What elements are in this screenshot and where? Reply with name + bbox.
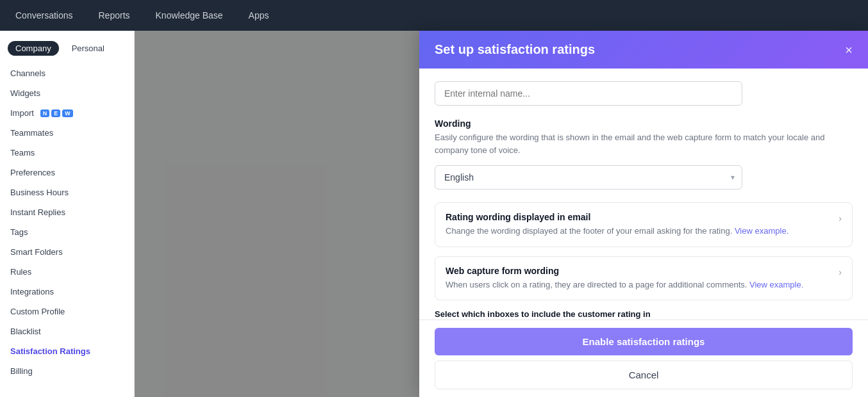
sidebar-item-preferences[interactable]: Preferences — [0, 163, 134, 182]
web-capture-view-example-link[interactable]: View example. — [749, 280, 803, 289]
app-layout: Company Personal Channels Widgets Import… — [0, 31, 868, 397]
inboxes-section: Select which inboxes to include the cust… — [435, 309, 853, 320]
modal-close-button[interactable]: × — [845, 44, 853, 56]
wording-title: Wording — [435, 118, 853, 129]
rating-wording-title: Rating wording displayed in email — [446, 212, 831, 222]
enable-button[interactable]: Enable satisfaction ratings — [435, 328, 853, 355]
modal-title: Set up satisfaction ratings — [435, 42, 595, 57]
sidebar-item-blacklist[interactable]: Blacklist — [0, 321, 134, 341]
cancel-button[interactable]: Cancel — [435, 361, 853, 389]
sidebar-item-teammates[interactable]: Teammates — [0, 123, 134, 143]
modal-panel: Set up satisfaction ratings × Wording Ea… — [419, 31, 868, 397]
sidebar-item-import[interactable]: Import N E W — [0, 103, 134, 123]
sidebar-tab-group: Company Personal — [0, 41, 134, 63]
sidebar-item-rules[interactable]: Rules — [0, 262, 134, 282]
language-select-wrapper: English French Spanish German Portuguese… — [435, 165, 742, 190]
sidebar-item-business-hours[interactable]: Business Hours — [0, 182, 134, 202]
wording-section: Wording Easily configure the wording tha… — [435, 118, 853, 190]
modal-header: Set up satisfaction ratings × — [419, 31, 868, 69]
sidebar-item-channels[interactable]: Channels — [0, 63, 134, 83]
rating-wording-row[interactable]: Rating wording displayed in email Change… — [435, 202, 853, 247]
nav-apps[interactable]: Apps — [244, 8, 274, 23]
sidebar-item-satisfaction-ratings[interactable]: Satisfaction Ratings — [0, 341, 134, 361]
tab-personal[interactable]: Personal — [64, 41, 112, 56]
web-capture-chevron-icon: › — [839, 267, 842, 277]
modal-footer: Enable satisfaction ratings Cancel — [419, 320, 868, 397]
rating-wording-content: Rating wording displayed in email Change… — [446, 212, 831, 238]
badge-w: W — [62, 109, 73, 117]
wording-description: Easily configure the wording that is sho… — [435, 131, 853, 156]
sidebar-item-integrations[interactable]: Integrations — [0, 282, 134, 302]
nav-knowledge-base[interactable]: Knowledge Base — [151, 8, 228, 23]
web-capture-content: Web capture form wording When users clic… — [446, 266, 831, 291]
sidebar-item-widgets[interactable]: Widgets — [0, 83, 134, 103]
badge-e: E — [51, 109, 60, 117]
nav-reports[interactable]: Reports — [94, 8, 135, 23]
language-select[interactable]: English French Spanish German Portuguese — [435, 165, 742, 190]
sidebar-item-custom-profile[interactable]: Custom Profile — [0, 302, 134, 321]
sidebar-item-tags[interactable]: Tags — [0, 222, 134, 242]
web-capture-title: Web capture form wording — [446, 266, 831, 276]
sidebar-item-smart-folders[interactable]: Smart Folders — [0, 242, 134, 262]
modal-body: Wording Easily configure the wording tha… — [419, 69, 868, 320]
sidebar: Company Personal Channels Widgets Import… — [0, 31, 135, 397]
import-badges: N E W — [40, 109, 73, 117]
rating-wording-chevron-icon: › — [839, 213, 842, 223]
web-capture-row[interactable]: Web capture form wording When users clic… — [435, 256, 853, 301]
rating-view-example-link[interactable]: View example. — [735, 226, 789, 236]
main-content: Know how you Get feedbackdoing by arecei… — [135, 31, 868, 397]
sidebar-item-billing[interactable]: Billing — [0, 361, 134, 381]
badge-n: N — [40, 109, 50, 117]
rating-wording-desc: Change the wording displayed at the foot… — [446, 225, 831, 238]
internal-name-input[interactable] — [435, 81, 742, 106]
sidebar-item-teams[interactable]: Teams — [0, 143, 134, 163]
nav-conversations[interactable]: Conversations — [10, 8, 78, 23]
inboxes-label: Select which inboxes to include the cust… — [435, 309, 853, 319]
tab-company[interactable]: Company — [8, 41, 59, 56]
sidebar-item-instant-replies[interactable]: Instant Replies — [0, 202, 134, 222]
web-capture-desc: When users click on a rating, they are d… — [446, 279, 831, 291]
top-navigation: Conversations Reports Knowledge Base App… — [0, 0, 868, 31]
